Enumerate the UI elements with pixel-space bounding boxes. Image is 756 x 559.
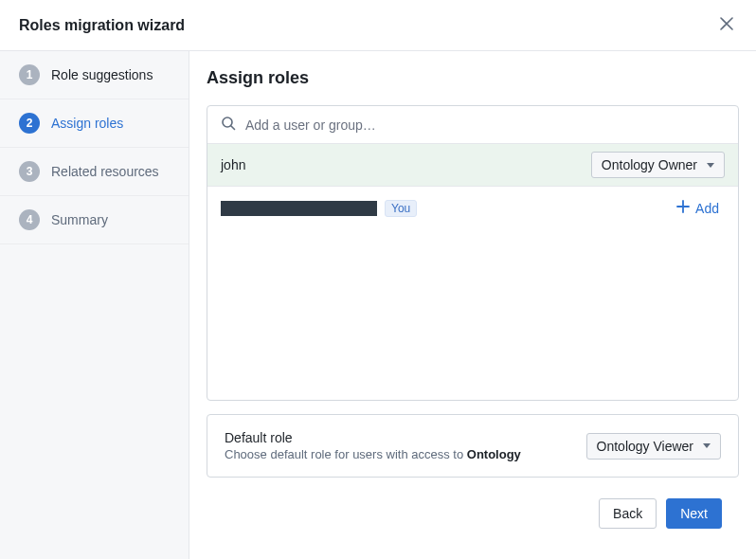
chevron-down-icon (707, 163, 714, 168)
redacted-username (221, 201, 377, 216)
plus-icon (676, 200, 690, 216)
user-name: john (221, 157, 245, 172)
step-summary[interactable]: 4 Summary (0, 196, 189, 244)
step-number: 4 (19, 209, 40, 230)
user-row-me: You Add (207, 187, 738, 229)
role-select-label: Ontology Owner (602, 157, 697, 172)
dialog-footer: Back Next (207, 491, 739, 542)
step-label: Role suggestions (51, 67, 153, 82)
back-button[interactable]: Back (599, 498, 657, 529)
roles-migration-dialog: Roles migration wizard 1 Role suggestion… (0, 0, 756, 559)
dialog-title: Roles migration wizard (19, 17, 185, 34)
step-label: Related resources (51, 164, 159, 179)
default-role-text: Default role Choose default role for use… (225, 430, 521, 461)
step-assign-roles[interactable]: 2 Assign roles (0, 99, 189, 148)
search-input[interactable] (245, 117, 725, 133)
default-role-select[interactable]: Ontology Viewer (586, 433, 721, 460)
step-label: Assign roles (51, 116, 123, 131)
default-role-title: Default role (225, 430, 521, 445)
default-role-desc: Choose default role for users with acces… (225, 447, 521, 461)
you-badge: You (385, 200, 417, 217)
add-label: Add (695, 201, 719, 216)
page-title: Assign roles (207, 68, 739, 88)
svg-line-1 (231, 126, 235, 130)
step-role-suggestions[interactable]: 1 Role suggestions (0, 51, 189, 99)
step-label: Summary (51, 212, 108, 227)
dialog-header: Roles migration wizard (0, 0, 756, 51)
main-content: Assign roles john Ontology Owner (189, 51, 756, 559)
users-panel: john Ontology Owner You (207, 105, 739, 401)
wizard-sidebar: 1 Role suggestions 2 Assign roles 3 Rela… (0, 51, 189, 559)
search-icon (221, 116, 236, 134)
default-role-desc-strong: Ontology (467, 447, 521, 461)
panel-spacer (207, 229, 738, 400)
step-number: 3 (19, 161, 40, 182)
close-icon[interactable] (716, 13, 737, 37)
step-related-resources[interactable]: 3 Related resources (0, 148, 189, 196)
search-row (207, 106, 738, 144)
me-left: You (221, 200, 417, 217)
default-role-select-label: Ontology Viewer (597, 439, 693, 454)
default-role-desc-prefix: Choose default role for users with acces… (225, 447, 467, 461)
next-button[interactable]: Next (666, 498, 722, 529)
step-number: 2 (19, 113, 40, 134)
user-row-selected: john Ontology Owner (207, 144, 738, 187)
add-button[interactable]: Add (671, 196, 725, 220)
default-role-panel: Default role Choose default role for use… (207, 414, 739, 478)
role-select[interactable]: Ontology Owner (591, 152, 725, 178)
chevron-down-icon (703, 443, 711, 448)
dialog-body: 1 Role suggestions 2 Assign roles 3 Rela… (0, 51, 756, 559)
step-number: 1 (19, 64, 40, 85)
